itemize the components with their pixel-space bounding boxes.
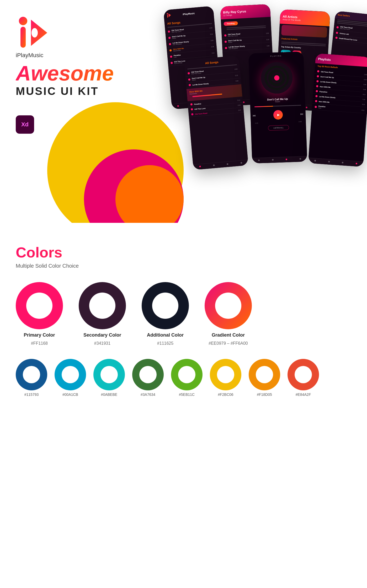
listen-all-label: LISTEN ALL xyxy=(268,125,289,131)
trending-badge: Trending xyxy=(224,21,238,26)
nav-dot xyxy=(243,101,244,103)
swatch-blue-dark: #115793 xyxy=(16,359,47,397)
song-info: Death Bound Far Love xyxy=(339,37,367,43)
progress-bar xyxy=(254,105,301,107)
song-indicator xyxy=(224,34,226,36)
song-time: 2:46 xyxy=(211,46,214,47)
song-time: 2:46 xyxy=(363,89,366,90)
song-time: 3:40 xyxy=(211,39,214,41)
headline-sub: MUSIC UI KIT xyxy=(16,85,114,98)
song-indicator xyxy=(189,84,191,86)
swatch-gradient: Gradient Color #EE0979 – #FF6A00 xyxy=(205,282,252,346)
svg-rect-5 xyxy=(167,15,168,18)
nav-bar xyxy=(308,158,364,167)
swatch-hex-yellow: #F2BC06 xyxy=(218,392,233,397)
phone-allsongs-playing: All Songs Old Town Road Billy Ray Cyrus … xyxy=(184,56,248,170)
swatch-green-dark: #3A7634 xyxy=(132,359,164,397)
next-button[interactable]: ⏭ xyxy=(300,112,304,116)
swatch-ring-primary xyxy=(16,282,63,329)
nav-bar xyxy=(193,160,248,170)
song-indicator xyxy=(188,78,190,81)
song-time: 3:12 xyxy=(363,94,365,95)
swatch-hex-teal: #0ABEBE xyxy=(101,392,117,397)
song-indicator xyxy=(316,90,318,93)
logo-area: iPlayMusic xyxy=(16,16,50,59)
song-time: 2:53 xyxy=(266,32,269,34)
headline-area: Awesome MUSIC UI KIT xyxy=(16,63,114,98)
phone-playlists: Playlists Top 50 Rock Ballads Old Town R… xyxy=(308,53,367,167)
song-indicator xyxy=(191,108,193,111)
song-indicator xyxy=(169,49,172,51)
nav-dot xyxy=(355,163,357,164)
svg-point-0 xyxy=(19,17,27,25)
artist-card xyxy=(281,25,327,38)
song-time: 2:47 xyxy=(238,109,241,111)
swatch-teal: #0ABEBE xyxy=(93,359,125,397)
song-indicator xyxy=(190,103,193,106)
swatch-orange: #F18D05 xyxy=(249,359,280,397)
swatch-hex-secondary: #341931 xyxy=(94,341,110,346)
song-info: Old Town Road Billy Ray Cyrus xyxy=(228,31,266,37)
song-indicator xyxy=(336,32,338,34)
secondary-swatches-row: #115793 #00A1CB #0ABEBE #3A7634 #5EB11C … xyxy=(16,359,351,397)
swatch-ring-additional xyxy=(142,282,189,329)
headline-awesome: Awesome xyxy=(16,63,114,84)
swatch-ring-red xyxy=(288,359,319,390)
colors-subtitle: Multiple Solid Color Choice xyxy=(16,263,351,269)
song-time: 3:10 xyxy=(362,104,365,105)
song-time: 3:12 xyxy=(237,99,240,101)
nav-dot xyxy=(213,164,215,166)
colors-section: Colors Multiple Solid Color Choice Prima… xyxy=(0,223,367,412)
swatch-label-additional: Additional Color xyxy=(147,332,184,338)
vinyl-area xyxy=(249,58,305,97)
song-indicator xyxy=(225,41,227,43)
swatch-blue-light: #00A1CB xyxy=(55,359,86,397)
swatch-primary: Primary Color #FF1168 xyxy=(16,282,63,346)
nav-dot xyxy=(258,160,260,161)
swatch-red: #E84A2F xyxy=(288,359,319,397)
swatch-label-primary: Primary Color xyxy=(24,332,55,338)
swatch-hex-green-light: #5EB11C xyxy=(179,392,195,397)
song-time: 2:53 xyxy=(209,27,212,29)
prev-button[interactable]: ⏮ xyxy=(253,114,256,117)
total-time: 3:40 xyxy=(299,121,302,122)
song-time: 7:10 xyxy=(362,99,365,100)
screen-title: iPlayMusic xyxy=(183,12,195,16)
song-indicator xyxy=(316,85,318,88)
hero-section: iPlayMusic Awesome MUSIC UI KIT Xd iPlay… xyxy=(0,0,367,223)
swatch-hex-blue-dark: #115793 xyxy=(24,392,39,397)
song-indicator xyxy=(188,72,190,74)
song-time: 3:15 xyxy=(210,33,213,35)
playlists-title: Playlists xyxy=(318,57,367,64)
song-indicator xyxy=(191,113,194,116)
listen-all-btn[interactable]: LISTEN ALL xyxy=(251,122,306,133)
swatch-yellow: #F2BC06 xyxy=(210,359,241,397)
swatch-green-light: #5EB11C xyxy=(171,359,203,397)
song-time: 3:40 xyxy=(267,45,269,47)
swatch-hex-gradient: #EE0979 – #FF6A00 xyxy=(209,341,248,346)
phone-screen-allsongs-playing: All Songs Old Town Road Billy Ray Cyrus … xyxy=(184,56,248,170)
swatch-secondary: Secondary Color #341931 xyxy=(79,282,126,346)
nav-bar xyxy=(252,156,307,163)
nav-dot xyxy=(199,166,201,168)
song-indicator xyxy=(315,100,317,102)
app-logo-icon xyxy=(16,16,50,50)
nav-dot xyxy=(177,105,179,107)
swatch-hex-orange: #F18D05 xyxy=(257,392,272,397)
section-title-playing: All Songs xyxy=(205,61,219,65)
primary-swatches-row: Primary Color #FF1168 Secondary Color #3… xyxy=(16,282,351,346)
phone-now-playing: PLAYING Don't Call Me Up Mabel xyxy=(248,51,307,163)
song-indicator xyxy=(317,70,320,73)
song-indicator xyxy=(168,30,170,33)
nav-dot xyxy=(241,162,242,164)
song-indicator xyxy=(168,37,171,39)
svg-rect-1 xyxy=(20,27,26,48)
song-time: 3:15 xyxy=(364,79,366,80)
swatch-ring-gradient xyxy=(205,282,252,329)
svg-point-4 xyxy=(167,13,168,14)
play-pause-button[interactable]: ▶ xyxy=(273,110,283,120)
swatch-ring-yellow xyxy=(210,359,241,390)
svg-point-3 xyxy=(31,28,38,37)
swatch-ring-teal xyxy=(93,359,125,390)
app-name: iPlayMusic xyxy=(16,52,50,59)
